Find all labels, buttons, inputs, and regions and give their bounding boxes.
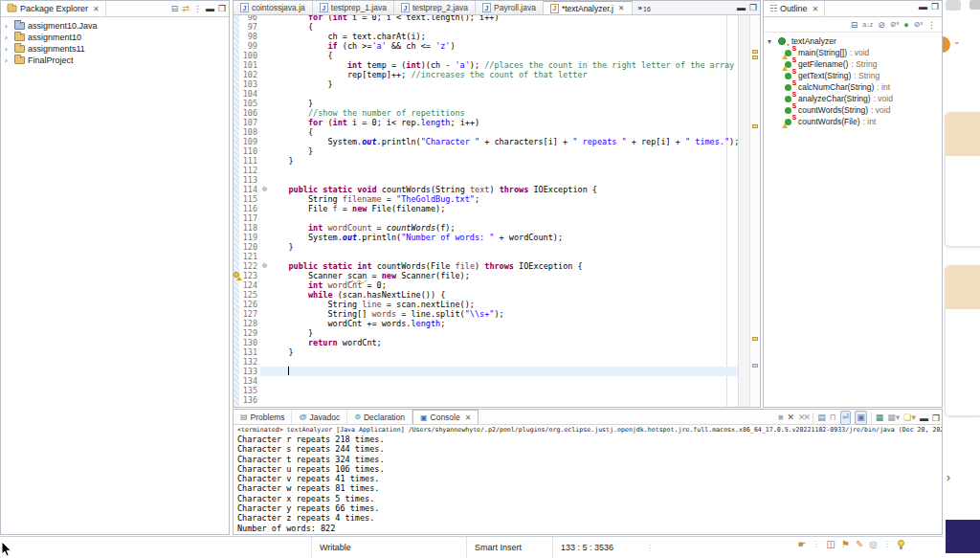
code-line[interactable]: 102 rep[temp]++; //increases the count o…: [234, 70, 760, 79]
code-line[interactable]: 107 for (int i = 0; i< rep.length; i++): [234, 118, 760, 127]
chevron-right-icon[interactable]: ›: [5, 33, 11, 42]
minimize-icon[interactable]: ▬: [920, 413, 928, 423]
code-line[interactable]: 114⊖ public static void countWords(Strin…: [234, 185, 760, 194]
hide-local-types-icon[interactable]: ⊘ˣ: [914, 20, 923, 29]
code-line[interactable]: 97 {: [234, 22, 760, 32]
code-line[interactable]: 133: [234, 367, 760, 376]
editor-tab[interactable]: J*textAnalyzer.j✕: [544, 1, 633, 14]
code-line[interactable]: 119 System.out.println("Number of words:…: [234, 233, 760, 242]
code-line[interactable]: 135: [234, 386, 760, 395]
minimize-icon[interactable]: ▬: [206, 4, 214, 13]
sidebar-item-assignment10[interactable]: ›assignment10: [1, 32, 229, 43]
lightbulb-icon[interactable]: [898, 540, 904, 549]
maximize-icon[interactable]: ❐: [931, 2, 939, 11]
outline-tab[interactable]: ☷ Outline ✕: [764, 1, 825, 16]
word-wrap-icon[interactable]: ⏎: [840, 411, 852, 425]
minimize-icon[interactable]: ▬: [919, 2, 927, 11]
maximize-icon[interactable]: ❐: [932, 413, 940, 423]
cursor-position-status[interactable]: 133 : 5 : 3536: [552, 537, 638, 558]
cursor-position-marker[interactable]: [752, 364, 758, 368]
code-line[interactable]: 127 String[] words = line.split("\\s+");: [234, 309, 760, 319]
console-tab-javadoc[interactable]: @Javadoc: [292, 410, 347, 424]
flag-icon[interactable]: ⚑: [841, 539, 850, 549]
code-line[interactable]: 109 System.out.println("Character " + ch…: [234, 137, 760, 146]
close-icon[interactable]: ✕: [618, 4, 625, 12]
chevron-right-icon[interactable]: ›: [947, 471, 950, 484]
view-menu-icon[interactable]: ⋮: [927, 20, 936, 30]
editor-tab[interactable]: Jtestprep_1.java: [313, 1, 394, 14]
code-line[interactable]: 129 }: [234, 328, 760, 338]
code-line[interactable]: 113: [234, 175, 760, 185]
code-line[interactable]: 131 }: [234, 347, 760, 357]
code-line[interactable]: 112: [234, 166, 760, 175]
code-line[interactable]: 96 for (int i = 0; i < text.length(); i+…: [234, 15, 760, 22]
editor-tab[interactable]: Jcointossjava.ja: [234, 1, 313, 14]
pointer-tool-icon[interactable]: ☛: [797, 539, 806, 549]
document-card[interactable]: [945, 112, 980, 247]
editor-tab[interactable]: Jtestprep_2.java: [394, 1, 476, 14]
code-line[interactable]: 105 }: [234, 99, 760, 108]
fold-marker[interactable]: ⊖: [260, 185, 269, 194]
open-console-dropdown-icon[interactable]: ▦▾: [887, 412, 900, 424]
maximize-icon[interactable]: ❐: [749, 3, 757, 12]
document-card[interactable]: [945, 265, 980, 416]
code-line[interactable]: 108 {: [234, 127, 760, 137]
outline-member[interactable]: ScountWords(File) : int: [768, 116, 942, 127]
code-line[interactable]: 123 Scanner scan = new Scanner(file);: [234, 271, 760, 280]
sidebar-item-assignments11[interactable]: ›assignments11: [1, 43, 229, 55]
code-line[interactable]: 124 int wordCnt = 0;: [234, 280, 760, 290]
overview-ruler[interactable]: [749, 15, 760, 407]
collapse-all-icon[interactable]: ⊟: [171, 2, 179, 15]
terminate-icon[interactable]: ■: [778, 412, 783, 424]
avatar[interactable]: [943, 36, 950, 53]
console-tab-console[interactable]: ▣Console✕: [412, 410, 479, 424]
warning-marker[interactable]: [752, 50, 758, 54]
sidebar-item-finalproject[interactable]: ›FinalProject: [1, 55, 229, 66]
code-line[interactable]: 111 }: [234, 156, 760, 166]
link-with-editor-icon[interactable]: ⇄: [182, 2, 189, 15]
code-line[interactable]: 126 String line = scan.nextLine();: [234, 300, 760, 309]
clear-console-icon[interactable]: ▤: [817, 412, 826, 424]
collapse-all-icon[interactable]: ⊟: [851, 20, 858, 30]
chevron-down-icon[interactable]: ▾: [768, 37, 774, 46]
code-line[interactable]: 130 return wordCnt;: [234, 338, 760, 347]
fold-marker[interactable]: ⊖: [260, 261, 269, 271]
warning-marker[interactable]: [752, 56, 758, 59]
display-selected-console-icon[interactable]: ▦: [876, 412, 884, 424]
code-line[interactable]: 98 ch = text.charAt(i);: [234, 32, 760, 41]
code-line[interactable]: 110 }: [234, 146, 760, 156]
code-line[interactable]: 134: [234, 376, 760, 386]
code-line[interactable]: 116 File f = new File(filename);: [234, 204, 760, 213]
sort-icon[interactable]: a↓z: [862, 21, 873, 28]
sidebar-item-assigment10.java[interactable]: ›assigment10.Java: [1, 20, 229, 32]
code-line[interactable]: 104: [234, 89, 760, 99]
target-icon[interactable]: ◎: [869, 539, 878, 549]
code-line[interactable]: 118 int wordCount = countWords(f);: [234, 223, 760, 233]
remove-all-terminated-icon[interactable]: ✕✕: [798, 412, 809, 424]
code-line[interactable]: 136: [234, 395, 760, 405]
chevron-down-icon[interactable]: ⌄: [953, 36, 961, 46]
code-editor[interactable]: 96 for (int i = 0; i < text.length(); i+…: [234, 15, 760, 407]
code-line[interactable]: 117: [234, 213, 760, 223]
book-icon[interactable]: ◫: [826, 539, 835, 549]
console-output[interactable]: Character r repeats 218 times.Character …: [234, 435, 942, 533]
code-line[interactable]: 121: [234, 252, 760, 261]
console-tab-declaration[interactable]: ⊚Declaration: [347, 410, 412, 424]
close-icon[interactable]: ✕: [813, 5, 819, 13]
code-line[interactable]: 106 //show the number of repetitions: [234, 108, 760, 118]
warning-bulb-icon[interactable]: [234, 272, 241, 279]
code-line[interactable]: 101 int temp = (int)(ch - 'a'); //places…: [234, 60, 760, 70]
new-console-view-icon[interactable]: ❏▾: [903, 412, 916, 424]
pin-console-icon[interactable]: ▣: [855, 411, 867, 425]
code-line[interactable]: 120 }: [234, 242, 760, 252]
minimize-icon[interactable]: ▬: [737, 3, 746, 12]
chevron-right-icon[interactable]: ›: [5, 56, 11, 65]
hide-fields-icon[interactable]: ⊘: [878, 20, 885, 30]
code-line[interactable]: 122⊖ public static int countWords(File f…: [234, 261, 760, 271]
remove-launch-icon[interactable]: ✕: [788, 412, 795, 424]
chevron-right-icon[interactable]: ›: [5, 45, 11, 54]
hide-non-public-icon[interactable]: ●: [903, 20, 908, 30]
hide-static-members-icon[interactable]: ⊘ˢ: [890, 20, 899, 29]
warning-marker[interactable]: [752, 337, 758, 341]
editor-vertical-scrollbar[interactable]: [738, 15, 749, 407]
